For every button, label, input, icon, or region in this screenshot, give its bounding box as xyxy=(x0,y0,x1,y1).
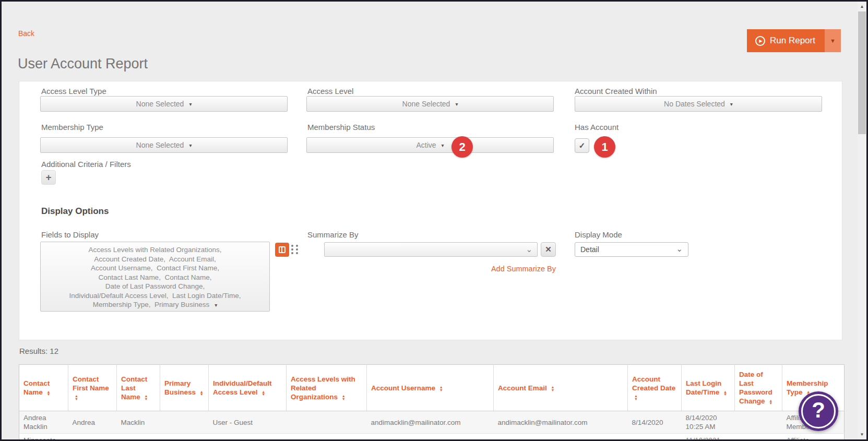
account-created-within-value: No Dates Selected xyxy=(664,100,725,108)
column-header-account-username[interactable]: Account Username ▲▼ xyxy=(367,365,494,411)
sort-icon: ▲▼ xyxy=(551,386,555,391)
chevron-down-icon: ⌄ xyxy=(676,244,683,254)
column-label: Date of Last Password Change xyxy=(739,371,772,405)
column-header-contact-first-name[interactable]: Contact First Name ▲▼ xyxy=(68,365,117,411)
drag-handle-icon[interactable] xyxy=(291,245,300,256)
fields-line: Date of Last Password Change, xyxy=(41,282,269,291)
table-cell: Affiliate Membership xyxy=(782,434,845,441)
caret-down-icon: ▾ xyxy=(730,101,733,107)
column-label: Contact Name xyxy=(23,379,50,396)
column-layout-button[interactable] xyxy=(275,243,289,257)
table-cell: Minnesota xyxy=(68,434,117,441)
run-report-main[interactable]: ▶ Run Report xyxy=(747,29,825,52)
additional-criteria-label: Additional Criteria / Filters xyxy=(41,160,131,169)
sort-icon: ▲▼ xyxy=(75,395,78,400)
columns-icon xyxy=(279,246,286,253)
table-cell: 8/14/2020 10:25 AM xyxy=(682,411,735,434)
column-header-account-email[interactable]: Account Email ▲▼ xyxy=(494,365,628,411)
fields-line: Individual/Default Access Level, Last Lo… xyxy=(41,291,269,301)
scroll-down-arrow-icon[interactable]: ▼ xyxy=(858,430,866,439)
account-created-within-dropdown[interactable]: No Dates Selected ▾ xyxy=(575,96,822,112)
fields-line: Membership Type, Primary Business▾ xyxy=(41,300,269,310)
report-criteria-panel: Access Level Type None Selected ▾ Access… xyxy=(19,81,842,340)
scrollbar-thumb[interactable] xyxy=(858,11,866,134)
results-count: Results: 12 xyxy=(19,347,58,355)
has-account-checkbox[interactable]: ✓ xyxy=(575,138,589,153)
column-header-individual-default-access-level[interactable]: Individual/Default Access Level ▲▼ xyxy=(209,365,287,411)
column-label: Account Created Date xyxy=(632,375,675,392)
fields-line: Access Levels with Related Organizations… xyxy=(41,245,269,255)
checkmark-icon: ✓ xyxy=(579,141,586,150)
caret-down-icon: ▾ xyxy=(455,101,458,107)
display-mode-select[interactable]: Detail ⌄ xyxy=(575,242,688,257)
table-cell: andimacklin@mailinator.com xyxy=(367,411,494,434)
column-header-contact-name[interactable]: Contact Name ▲▼ xyxy=(19,365,68,411)
table-row: Minnesota O'RchidMinnesotaO'RchidUser - … xyxy=(19,434,845,441)
membership-type-dropdown[interactable]: None Selected ▾ xyxy=(40,137,288,153)
add-filter-button[interactable]: + xyxy=(41,170,56,185)
table-cell: Andrea xyxy=(68,411,117,434)
membership-status-dropdown[interactable]: Active ▾ xyxy=(306,137,554,153)
sort-icon: ▲▼ xyxy=(145,395,148,400)
run-report-button[interactable]: ▶ Run Report ▼ xyxy=(747,29,841,52)
column-label: Last Login Date/Time xyxy=(686,379,721,396)
table-header-row: Contact Name ▲▼Contact First Name ▲▼Cont… xyxy=(19,365,845,411)
table-cell: O'Rchid xyxy=(117,434,160,441)
add-summarize-by-link[interactable]: Add Summarize By xyxy=(456,265,556,273)
fields-line: Contact Last Name, Contact Name, xyxy=(41,273,269,282)
summarize-by-label: Summarize By xyxy=(307,230,359,239)
summarize-by-select[interactable]: ⌄ xyxy=(324,242,538,257)
membership-type-label: Membership Type xyxy=(41,123,103,132)
column-label: Account Username xyxy=(371,384,435,392)
membership-status-value: Active xyxy=(416,141,436,149)
caret-down-icon: ▾ xyxy=(189,142,192,148)
clear-summarize-button[interactable]: ✕ xyxy=(541,242,556,257)
table-cell: 6/28/2019 xyxy=(628,434,682,441)
column-label: Account Email xyxy=(498,384,547,392)
callout-badge-2: 2 xyxy=(451,136,473,158)
column-header-access-levels-with-related-organizations[interactable]: Access Levels with Related Organizations… xyxy=(287,365,367,411)
table-cell: minnesota.orchid@gmail.com xyxy=(494,434,628,441)
page-title: User Account Report xyxy=(18,56,148,72)
membership-type-value: None Selected xyxy=(136,141,184,149)
column-header-contact-last-name[interactable]: Contact Last Name ▲▼ xyxy=(117,365,160,411)
column-header-account-created-date[interactable]: Account Created Date ▲▼ xyxy=(628,365,682,411)
caret-down-icon: ▼ xyxy=(830,38,836,44)
sort-icon: ▲▼ xyxy=(769,399,772,405)
chevron-down-icon[interactable]: ▾ xyxy=(215,302,217,308)
fields-line: Account Username, Contact First Name, xyxy=(41,264,269,273)
run-report-label: Run Report xyxy=(770,35,815,46)
play-icon: ▶ xyxy=(755,36,765,46)
table-cell: andimacklin@mailinator.com xyxy=(494,411,628,434)
display-options-heading: Display Options xyxy=(41,206,109,217)
back-link[interactable]: Back xyxy=(18,29,34,38)
fields-to-display-box[interactable]: Access Levels with Related Organizations… xyxy=(40,242,270,312)
table-cell xyxy=(287,434,367,441)
access-level-dropdown[interactable]: None Selected ▾ xyxy=(306,96,554,112)
caret-down-icon: ▾ xyxy=(189,101,192,107)
close-icon: ✕ xyxy=(545,245,552,254)
sort-icon: ▲▼ xyxy=(342,395,346,400)
column-header-last-login-date-time[interactable]: Last Login Date/Time ▲▼ xyxy=(682,365,735,411)
vertical-scrollbar[interactable]: ▲ ▼ xyxy=(858,2,866,439)
fields-line: Account Created Date, Account Email, xyxy=(41,255,269,264)
help-button[interactable]: ? xyxy=(799,391,838,431)
account-created-within-label: Account Created Within xyxy=(575,87,657,96)
sort-icon: ▲▼ xyxy=(261,390,265,396)
run-report-dropdown-button[interactable]: ▼ xyxy=(825,29,841,52)
table-cell: Andrea Macklin xyxy=(19,411,68,434)
scroll-up-arrow-icon[interactable]: ▲ xyxy=(858,2,866,11)
sort-icon: ▲▼ xyxy=(439,386,443,391)
sort-icon: ▲▼ xyxy=(200,390,204,396)
column-header-primary-business[interactable]: Primary Business ▲▼ xyxy=(160,365,209,411)
membership-status-label: Membership Status xyxy=(307,123,375,132)
column-header-date-of-last-password-change[interactable]: Date of Last Password Change ▲▼ xyxy=(735,365,782,411)
table-cell: 8/14/2020 xyxy=(628,411,682,434)
sort-icon: ▲▼ xyxy=(47,390,51,396)
access-level-type-dropdown[interactable]: None Selected ▾ xyxy=(40,96,288,112)
table-cell xyxy=(160,434,209,441)
caret-down-icon: ▾ xyxy=(442,142,444,148)
table-cell: 11/10/2021 1:07 PM xyxy=(682,434,735,441)
table-cell: User - Primary xyxy=(209,434,287,441)
callout-badge-1: 1 xyxy=(594,136,615,158)
